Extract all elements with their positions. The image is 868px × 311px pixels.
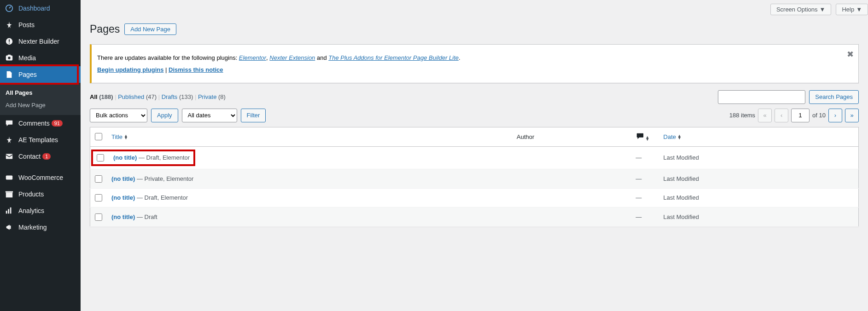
status-filter-published[interactable]: Published (47) — [118, 93, 157, 100]
author-cell — [512, 188, 631, 207]
date-column-header[interactable]: Date▲▼ — [659, 127, 859, 146]
author-cell — [512, 207, 631, 227]
svg-rect-5 — [6, 154, 12, 159]
search-input[interactable] — [718, 90, 805, 104]
svg-rect-12 — [10, 225, 11, 229]
search-button[interactable]: Search Pages — [809, 90, 859, 104]
svg-point-4 — [8, 57, 10, 59]
row-checkbox[interactable] — [95, 175, 102, 183]
comments-column-header[interactable]: ▲▼ — [631, 127, 659, 146]
row-checkbox[interactable] — [97, 154, 104, 161]
chevron-down-icon: ▼ — [856, 6, 862, 13]
sidebar-item-products[interactable]: Products — [0, 186, 81, 202]
svg-rect-9 — [6, 211, 7, 213]
page-number-input[interactable] — [791, 109, 810, 122]
bulk-actions-select[interactable]: Bulk actions — [90, 109, 147, 122]
svg-rect-3 — [9, 43, 10, 44]
dashboard-icon — [5, 4, 14, 13]
badge: 1 — [42, 153, 51, 160]
update-notice: There are updates available for the foll… — [90, 44, 859, 83]
table-row: (no title) — Draft, Elementor—Last Modif… — [90, 188, 859, 207]
comments-cell: — — [631, 188, 659, 207]
sort-icon: ▲▼ — [124, 135, 128, 140]
pin-icon — [5, 20, 14, 29]
media-icon — [5, 53, 14, 63]
status-filter-drafts[interactable]: Drafts (133) — [162, 93, 193, 100]
page-title-link[interactable]: (no title) — [111, 175, 135, 182]
next-page-button[interactable]: › — [828, 109, 842, 122]
page-title-link[interactable]: (no title) — [113, 154, 137, 161]
date-cell: Last Modified — [659, 146, 859, 169]
row-checkbox[interactable] — [95, 213, 102, 221]
status-filter-all[interactable]: All (188) — [90, 93, 113, 100]
badge: 91 — [52, 120, 63, 127]
search-box: Search Pages — [718, 90, 859, 104]
page-title-link[interactable]: (no title) — [111, 213, 135, 220]
svg-rect-2 — [9, 40, 10, 42]
chart-icon — [5, 206, 14, 215]
prev-page-button[interactable]: ‹ — [775, 109, 788, 122]
sidebar-item-pages[interactable]: Pages — [0, 66, 81, 83]
mail-icon — [5, 152, 14, 161]
sort-icon: ▲▼ — [646, 136, 650, 141]
plugin-link-nexter[interactable]: Nexter Extension — [269, 54, 315, 61]
svg-rect-8 — [6, 191, 13, 193]
close-icon[interactable]: ✖ — [847, 49, 854, 59]
svg-rect-7 — [6, 192, 12, 197]
submenu-item-add-new-page[interactable]: Add New Page — [0, 99, 81, 111]
status-filters: All (188) | Published (47) | Drafts (133… — [90, 90, 859, 104]
status-filter-private[interactable]: Private (8) — [198, 93, 226, 100]
select-all-checkbox[interactable] — [95, 133, 102, 140]
sidebar-item-media[interactable]: Media — [0, 50, 81, 66]
svg-rect-10 — [8, 209, 9, 213]
pin-icon — [5, 135, 14, 144]
submenu-item-all-pages[interactable]: All Pages — [0, 86, 81, 99]
table-row: (no title) — Draft—Last Modified — [90, 207, 859, 227]
sidebar-item-marketing[interactable]: Marketing — [0, 219, 81, 236]
sidebar-item-posts[interactable]: Posts — [0, 17, 81, 33]
bulk-controls: Bulk actions Apply All dates Filter — [90, 109, 266, 122]
table-row: (no title) — Draft, Elementor—Last Modif… — [90, 146, 859, 169]
comments-cell: — — [631, 146, 659, 169]
chevron-down-icon: ▼ — [820, 6, 826, 13]
top-buttons: Screen Options ▼ Help ▼ — [90, 0, 868, 19]
comments-cell: — — [631, 169, 659, 189]
plugin-link-plus-addons[interactable]: The Plus Addons for Elementor Page Build… — [328, 54, 459, 61]
apply-button[interactable]: Apply — [151, 109, 178, 122]
archive-icon — [5, 190, 14, 199]
begin-updating-link[interactable]: Begin updating plugins — [97, 66, 163, 73]
megaphone-icon — [5, 223, 14, 232]
pages-table: Title▲▼ Author ▲▼ Date▲▼ (no title) — Dr… — [90, 127, 859, 227]
dates-select[interactable]: All dates — [182, 109, 237, 122]
title-column-header[interactable]: Title▲▼ — [107, 127, 512, 146]
screen-options-button[interactable]: Screen Options ▼ — [770, 4, 831, 15]
woo-icon — [5, 173, 14, 182]
plugin-link-elementor[interactable]: Elementor — [239, 54, 266, 61]
first-page-button[interactable]: « — [758, 109, 772, 122]
dismiss-notice-link[interactable]: Dismiss this notice — [169, 66, 223, 73]
help-button[interactable]: Help ▼ — [836, 4, 868, 15]
comment-icon — [636, 132, 644, 140]
table-row: (no title) — Private, Elementor—Last Mod… — [90, 169, 859, 189]
sidebar-item-woocommerce[interactable]: WooCommerce — [0, 169, 81, 186]
sidebar-item-comments[interactable]: Comments91 — [0, 115, 81, 132]
sidebar-submenu: All PagesAdd New Page — [0, 83, 81, 115]
last-page-button[interactable]: » — [845, 109, 859, 122]
sidebar-item-nexter-builder[interactable]: Nexter Builder — [0, 33, 81, 50]
page-title-link[interactable]: (no title) — [111, 194, 135, 201]
date-cell: Last Modified — [659, 207, 859, 227]
row-checkbox[interactable] — [95, 194, 102, 202]
sidebar-item-dashboard[interactable]: Dashboard — [0, 0, 81, 17]
comment-icon — [5, 119, 14, 128]
filter-button[interactable]: Filter — [241, 109, 266, 122]
sort-icon: ▲▼ — [677, 135, 682, 140]
author-cell — [512, 169, 631, 189]
sidebar-item-analytics[interactable]: Analytics — [0, 202, 81, 219]
sidebar-item-contact[interactable]: Contact1 — [0, 148, 81, 165]
page-of-text: of 10 — [812, 112, 826, 119]
page-header: Pages Add New Page — [90, 19, 859, 37]
author-cell — [512, 146, 631, 169]
main-content: Screen Options ▼ Help ▼ Pages Add New Pa… — [81, 0, 868, 311]
sidebar-item-ae-templates[interactable]: AE Templates — [0, 132, 81, 148]
add-new-button[interactable]: Add New Page — [124, 23, 176, 35]
